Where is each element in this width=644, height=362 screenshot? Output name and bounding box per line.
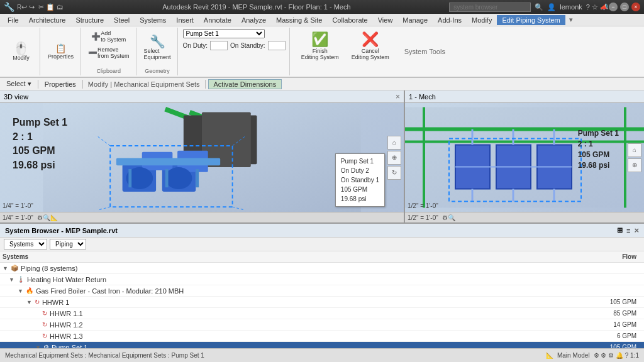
menu-structure[interactable]: Structure [70,15,109,25]
nav-home[interactable]: ⌂ [387,136,401,150]
viewport-right-nav: ⌂ ⊕ [628,143,641,172]
ribbon-group-pump-set: Pump Set 1 On Duty: 2 On Standby: 1 [179,28,290,75]
viewport-left-header: 3D view × [0,90,404,103]
ribbon-group-clipboard: ➕ Addto System ➖ Removefrom System Clipb… [82,28,136,75]
username: lemonk [560,3,582,11]
menu-addins[interactable]: Add-Ins [433,15,467,25]
viewport-right-content[interactable]: Pump Set 1 2 : 1 105 GPM 19.68 psi ⌂ ⊕ 1… [405,103,644,212]
toolbar-breadcrumb: Modify | Mechanical Equipment Sets [86,80,203,88]
finish-cancel-group: ✅ FinishEditing System ❌ CancelEditing S… [291,28,399,75]
svg-rect-14 [196,169,199,187]
sb-row-pump-set1[interactable]: ▼ ⚙ Pump Set 1 105 GPM [0,342,644,348]
pump-label-right: Pump Set 1 2 : 1 105 GPM 19.68 psi [578,128,619,170]
menu-steel[interactable]: Steel [109,15,135,25]
viewport-left-content[interactable]: Pump Set 1 2 : 1 105 GPM 19.68 psi Pump … [0,103,404,212]
menu-modify[interactable]: Modify [467,15,497,25]
menu-annotate[interactable]: Annotate [199,15,236,25]
system-browser: System Browser - MEP Sample.rvt ⊞ ≡ × Sy… [0,222,644,348]
svg-point-10 [165,167,192,189]
toolbar-row: Select ▾ Properties Modify | Mechanical … [0,78,644,90]
ribbon-group-modify: 🖱️ Modify [3,28,40,75]
sb-col-flow: Flow [591,253,641,260]
add-to-system-button[interactable]: ➕ Addto System [89,29,128,44]
menu-file[interactable]: File [3,15,24,25]
nav-rotate[interactable]: ↻ [387,166,401,180]
on-duty-label: On Duty: [183,42,208,49]
on-standby-label: On Standby: [230,42,265,49]
sb-list-icon[interactable]: ≡ [626,227,630,234]
remove-from-system-button[interactable]: ➖ Removefrom System [86,45,132,60]
sb-close-button[interactable]: × [634,226,639,235]
sb-row-boiler[interactable]: ▼ 🔥 Gas Fired Boiler - Cast Iron - Modul… [0,285,644,297]
cancel-editing-button[interactable]: ❌ CancelEditing System [347,29,394,74]
ribbon: 🖱️ Modify 📋 Properties ➕ Addto System [0,26,644,78]
select-toolbar[interactable]: Select ▾ [3,79,35,89]
status-text: Mechanical Equipment Sets : Mechanical E… [5,352,204,359]
sb-expand-icon[interactable]: ⊞ [617,226,623,234]
sb-systems-dropdown[interactable]: Systems [4,239,47,250]
properties-button[interactable]: 📋 Properties [45,42,76,61]
pump-callout: Pump Set 1 On Duty 2 On Standby 1 105 GP… [335,153,385,207]
viewport-right-title: 1 - Mech [409,93,436,101]
ribbon-group-geometry: 🔧 SelectEquipment Geometry [138,28,178,75]
viewport-right: 1 - Mech × [405,90,644,222]
nav-right-home[interactable]: ⌂ [628,143,641,157]
sb-row-hhwr11[interactable]: ▷ ↻ HHWR 1.1 85 GPM [0,308,644,319]
sb-row-hhwr13[interactable]: ▷ ↻ HHWR 1.3 6 GPM [0,331,644,342]
modify-button[interactable]: 🖱️ Modify [10,41,33,62]
sb-piping-dropdown[interactable]: Piping [50,239,86,250]
sb-col-systems: Systems [3,253,591,260]
sb-column-header: Systems Flow [0,251,644,263]
menu-view[interactable]: View [373,15,398,25]
sb-toolbar: Systems Piping [0,238,644,251]
on-standby-input[interactable]: 1 [268,41,286,50]
viewport-left-statusbar: 1/4" = 1'-0" ⚙🔍📐 [0,212,404,222]
svg-rect-12 [128,169,131,187]
main-area: 3D view × [0,90,644,222]
menu-analyze[interactable]: Analyze [236,15,271,25]
system-tools-label: System Tools [401,28,449,75]
ribbon-group-properties: 📋 Properties [42,28,80,75]
select-equipment-button[interactable]: 🔧 SelectEquipment [142,34,174,62]
minimize-button[interactable]: − [609,3,618,11]
viewport-right-scale: 1/2" = 1'-0" [408,202,438,209]
menu-architecture[interactable]: Architecture [24,15,71,25]
model-label: Main Model [557,352,590,359]
svg-rect-11 [116,158,220,166]
finish-editing-button[interactable]: ✅ FinishEditing System [296,29,344,74]
pump-label: Pump Set 1 2 : 1 105 GPM 19.68 psi [13,116,67,172]
menu-systems[interactable]: Systems [135,15,171,25]
viewport-left-close[interactable]: × [396,92,400,101]
menu-edit-piping[interactable]: Edit Piping System [497,15,565,25]
search-input[interactable] [449,3,531,12]
sb-row-hhwr[interactable]: ▼ 🌡️ Heating Hot Water Return [0,274,644,285]
maximize-button[interactable]: □ [620,3,629,11]
sb-row-piping[interactable]: ▼ 📦 Piping (8 systems) [0,263,644,274]
viewport-right-header: 1 - Mech × [405,90,644,103]
nav-right-zoom[interactable]: ⊕ [628,158,641,172]
menu-collaborate[interactable]: Collaborate [327,15,372,25]
close-button[interactable]: × [631,3,640,11]
on-duty-input[interactable]: 2 [210,41,228,50]
sb-row-hhwr1[interactable]: ▼ ↻ HHWR 1 105 GPM [0,297,644,308]
window-title: Autodesk Revit 2019 - MEP Sample.rvt - F… [64,3,449,11]
properties-toolbar[interactable]: Properties [41,80,80,89]
statusbar: Mechanical Equipment Sets : Mechanical E… [0,348,644,362]
sb-content[interactable]: ▼ 📦 Piping (8 systems) ▼ 🌡️ Heating Hot … [0,263,644,348]
pump-set-selector[interactable]: Pump Set 1 [183,29,265,38]
viewport-right-statusbar: 1/2" = 1'-0" ⚙🔍 [405,212,644,222]
titlebar: 🔧 R ↩ ↪ ✂ 📋 🗂 Autodesk Revit 2019 - MEP … [0,0,644,14]
nav-zoom[interactable]: ⊕ [387,151,401,165]
menu-insert[interactable]: Insert [171,15,199,25]
activate-dimensions-button[interactable]: Activate Dimensions [208,79,282,89]
sb-title: System Browser - MEP Sample.rvt [5,227,118,234]
viewport-left-scale: 1/4" = 1'-0" [3,202,33,209]
menu-manage[interactable]: Manage [397,15,433,25]
menubar: File Architecture Structure Steel System… [0,14,644,26]
viewport-left-nav: ⌂ ⊕ ↻ [387,136,401,180]
sb-header: System Browser - MEP Sample.rvt ⊞ ≡ × [0,224,644,238]
menu-massing[interactable]: Massing & Site [271,15,327,25]
viewport-left-title: 3D view [4,93,28,101]
sb-row-hhwr12[interactable]: ▷ ↻ HHWR 1.2 14 GPM [0,319,644,331]
viewport-left: 3D view × [0,90,405,222]
